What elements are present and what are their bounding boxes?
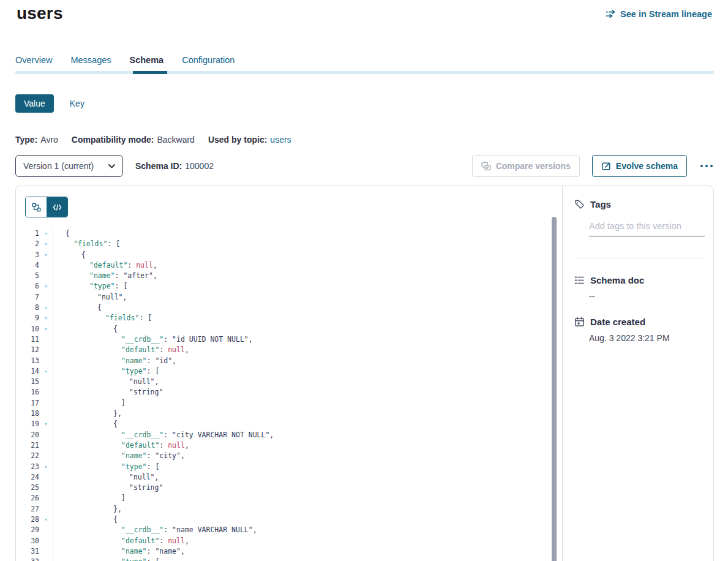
fold-toggle-icon[interactable]: ▾ — [39, 228, 53, 239]
schema-meta-row: Type: Avro Compatibility mode: Backward … — [15, 135, 291, 145]
fold-toggle-icon[interactable]: ▾ — [39, 366, 53, 377]
tab-configuration[interactable]: Configuration — [182, 55, 235, 72]
code-line: 32▾"type": [ — [16, 557, 562, 561]
fold-toggle-icon[interactable]: ▾ — [39, 303, 53, 313]
tags-section-header: Tags — [574, 199, 611, 209]
line-number: 13 — [16, 356, 39, 366]
tab-schema[interactable]: Schema — [130, 55, 164, 72]
schema-id-value: 100002 — [185, 161, 214, 171]
code-line: 5"name": "after", — [16, 271, 562, 281]
code-line: 25"string" — [16, 483, 562, 493]
code-view-button[interactable] — [47, 197, 67, 217]
code-line: 13"name": "id", — [16, 356, 562, 366]
code-line: 12"default": null, — [16, 345, 562, 355]
code-text: "type": [ — [53, 462, 562, 472]
page-title: users — [17, 4, 63, 23]
line-number: 4 — [16, 260, 39, 271]
line-number: 12 — [16, 345, 39, 355]
line-number: 30 — [16, 536, 39, 546]
code-line: 1▾{ — [16, 228, 562, 239]
line-number: 17 — [16, 398, 39, 409]
line-number: 29 — [16, 525, 39, 535]
fold-toggle-icon[interactable]: ▾ — [39, 239, 53, 249]
version-select-value: Version 1 (current) — [23, 161, 94, 171]
tags-input[interactable] — [589, 219, 705, 236]
line-number: 3 — [16, 250, 39, 260]
fold-toggle-icon[interactable]: ▾ — [39, 250, 53, 260]
tree-view-button[interactable] — [26, 197, 47, 217]
meta-type: Type: Avro — [15, 135, 58, 145]
fold-toggle-icon[interactable]: ▾ — [39, 419, 53, 429]
code-line: 11"__crdb__": "id UUID NOT NULL", — [16, 334, 562, 345]
line-number: 10 — [16, 324, 39, 334]
type-label: Type: — [15, 135, 37, 145]
fold-toggle-icon[interactable]: ▾ — [39, 281, 53, 292]
code-text: "default": null, — [53, 536, 562, 546]
code-text: "null", — [53, 377, 562, 387]
tab-messages[interactable]: Messages — [70, 55, 111, 72]
line-number: 5 — [16, 271, 39, 281]
evolve-schema-button[interactable]: Evolve schema — [592, 155, 687, 177]
compare-versions-icon — [481, 162, 491, 171]
value-key-toggle: Value Key — [15, 94, 84, 113]
fold-toggle-icon[interactable]: ▾ — [39, 557, 53, 561]
value-tab-button[interactable]: Value — [15, 94, 54, 113]
date-created-header: Date created — [574, 317, 645, 327]
fold-toggle-icon[interactable]: ▾ — [39, 514, 53, 525]
fold-toggle-icon[interactable]: ▾ — [39, 313, 53, 323]
line-number: 27 — [16, 504, 39, 514]
see-in-stream-lineage-link[interactable]: See in Stream lineage — [606, 9, 712, 19]
key-tab-button[interactable]: Key — [70, 99, 84, 108]
date-created-value: Aug. 3 2022 3:21 PM — [589, 333, 670, 343]
tree-view-icon — [32, 203, 41, 212]
code-text: "__crdb__": "name VARCHAR NULL", — [53, 525, 562, 535]
lineage-link-label: See in Stream lineage — [620, 9, 712, 19]
fold-toggle-icon[interactable]: ▾ — [39, 462, 53, 472]
version-actions: Compare versions Evolve schema — [472, 155, 714, 177]
code-text: "name": "city", — [53, 451, 562, 461]
version-select[interactable]: Version 1 (current) — [15, 155, 123, 177]
code-line: 17] — [16, 398, 562, 409]
code-line: 18}, — [16, 409, 562, 419]
code-text: }, — [53, 504, 562, 514]
code-text: }, — [53, 409, 562, 419]
tab-track — [15, 71, 714, 74]
line-number: 31 — [16, 546, 39, 557]
line-number: 7 — [16, 292, 39, 303]
code-line: 10▾{ — [16, 324, 562, 334]
line-number: 20 — [16, 430, 39, 440]
compare-versions-button[interactable]: Compare versions — [472, 155, 580, 177]
line-number: 16 — [16, 387, 39, 397]
editor-vertical-scrollbar[interactable] — [552, 217, 557, 561]
line-number: 21 — [16, 440, 39, 451]
topic-link[interactable]: users — [270, 135, 291, 145]
code-text: { — [53, 303, 562, 313]
code-line: 27}, — [16, 504, 562, 514]
code-text: "type": [ — [53, 281, 562, 292]
code-text: { — [53, 514, 562, 525]
fold-toggle-icon[interactable]: ▾ — [39, 324, 53, 334]
code-text: "type": [ — [53, 366, 562, 377]
code-line: 31"name": "name", — [16, 546, 562, 557]
more-actions-button[interactable] — [699, 162, 714, 170]
line-number: 22 — [16, 451, 39, 461]
code-line: 28▾{ — [16, 514, 562, 525]
schema-sidebar: Tags Schema doc -- — [562, 186, 714, 561]
code-text: "string" — [53, 387, 562, 397]
tab-overview[interactable]: Overview — [15, 55, 52, 72]
line-number: 6 — [16, 281, 39, 292]
code-line: 2▾"fields": [ — [16, 239, 562, 249]
code-text: { — [53, 228, 562, 239]
code-text: "default": null, — [53, 345, 562, 355]
code-text: "fields": [ — [53, 239, 562, 249]
schema-id-label: Schema ID: — [135, 161, 182, 171]
line-number: 8 — [16, 303, 39, 313]
code-text: { — [53, 324, 562, 334]
code-line: 9▾"fields": [ — [16, 313, 562, 323]
ellipsis-icon — [700, 165, 703, 167]
code-line: 21"default": null, — [16, 440, 562, 451]
code-text: { — [53, 419, 562, 429]
line-number: 9 — [16, 313, 39, 323]
compatibility-value: Backward — [157, 135, 194, 145]
code-line: 24"null", — [16, 472, 562, 483]
